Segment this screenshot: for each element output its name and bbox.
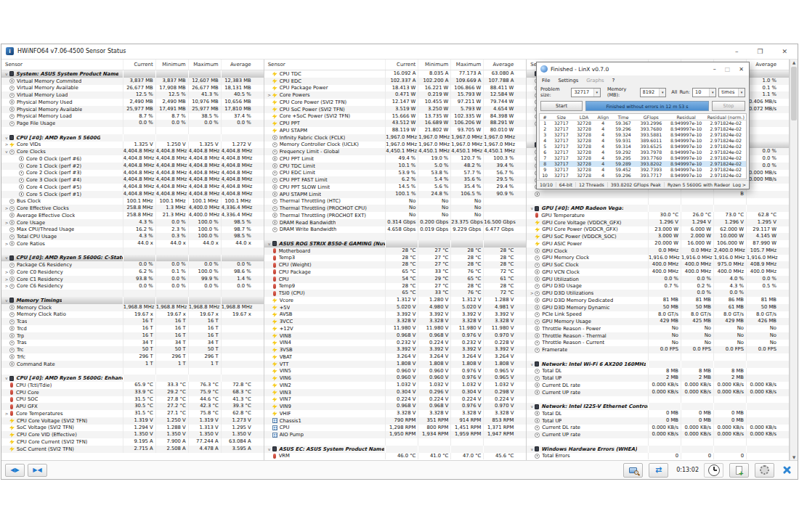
sensor-row[interactable]: Memory Controller Clock (UCLK)1,967.0 MH…: [264, 142, 527, 149]
sensor-row[interactable]: CPU PPT43.512 W16.689 W106.206 W88.291 W: [264, 120, 527, 127]
sensor-row[interactable]: CPU TDC Limit10.1 %5.0 %48.2 %39.4 %: [264, 163, 527, 170]
sensor-row[interactable]: SoC Current (SVI2 TFN)2.715 A2.508 A4.47…: [1, 446, 264, 453]
sensor-row[interactable]: Thermal Throttling (PROCHOT CPU)NoNoNo: [264, 205, 527, 212]
expand-arrow-icon[interactable]: v: [4, 136, 9, 140]
sensor-row[interactable]: Physical Memory Load8.7 %8.7 %38.5 %37.4…: [1, 113, 264, 120]
expand-arrow-icon[interactable]: v: [529, 362, 535, 367]
sensor-row[interactable]: GPU Core Voltage (VDDCR_GFX)1.296 V1.294…: [527, 219, 789, 226]
sensor-row[interactable]: PCIe Link Speed8.0 GT/s8.0 GT/s8.0 GT/s8…: [527, 311, 789, 319]
hwinfo-titlebar[interactable]: i HWiNFO64 v7.06-4500 Sensor Status – ❐ …: [1, 44, 798, 58]
sensor-row[interactable]: Infinity Fabric Clock (FCLK)1,967.0 MHz1…: [264, 134, 527, 142]
linx-column-header[interactable]: GFlops: [636, 114, 667, 120]
sensor-row[interactable]: CPU PPT SLOW Limit14.5 %5.6 %35.4 %29.4 …: [264, 184, 527, 191]
sensor-row[interactable]: VBAT3.264 V3.264 V3.264 V3.264 V: [264, 353, 527, 361]
sensor-row[interactable]: Current DL rate0.000 KB/s0.000 KB/s0.000…: [527, 425, 789, 432]
sensor-row[interactable]: VIN90.968 V0.968 V0.976 V0.970 V: [264, 403, 527, 410]
expand-arrow-icon[interactable]: v: [529, 404, 535, 409]
sensor-row[interactable]: >Core Temperatures31.5 °C27.1 °C75.8 °C6…: [1, 410, 264, 417]
expand-arrow-icon[interactable]: >: [4, 284, 9, 288]
sensor-row[interactable]: GPU D3D Memory Dedicated81 MB81 MB86 MB8…: [527, 297, 789, 304]
sensor-row[interactable]: CPU (Tctl/Tdie)65.9 °C33.3 °C76.3 °C72.8…: [1, 382, 264, 389]
sensor-row[interactable]: CPU EDC102.337 A102.200 A109.669 A107.78…: [264, 78, 527, 85]
linx-result-row[interactable]: 93271732728459.452392.73938.949997e-102.…: [540, 167, 746, 173]
sensor-row[interactable]: TSI0 (CPU)65 °C33 °C76 °C72 °C: [264, 290, 527, 297]
column-header-minimum[interactable]: Minimum: [418, 60, 450, 70]
sensor-row[interactable]: CPU PPT Limit49.4 %19.0 %120.7 %100.3 %: [264, 155, 527, 163]
sensor-row[interactable]: Throttle Reason - PowerNoNoNoNo: [527, 325, 789, 332]
sensor-row[interactable]: B: [527, 191, 789, 198]
sensor-row[interactable]: VHIF3.328 V3.328 V3.328 V3.328 V: [264, 410, 527, 417]
sensor-row[interactable]: Trcd16 T16 T16 T: [1, 325, 264, 332]
linx-column-header[interactable]: LDA: [572, 114, 595, 120]
sensor-section-row[interactable]: vCPU [#0]: AMD Ryzen 5 5600G: [1, 134, 264, 142]
sensor-section-row[interactable]: vASUS ROG STRIX B550-E GAMING (Nuvoton N…: [264, 240, 527, 247]
memory-select[interactable]: 8192▾: [640, 88, 667, 97]
log-link[interactable]: Log >: [730, 182, 749, 187]
expand-arrow-icon[interactable]: >: [267, 93, 272, 97]
expand-arrow-icon[interactable]: v: [4, 72, 9, 76]
sensor-row[interactable]: GPU D3D Memory Dynamic50 MB50 MB61 MB50 …: [527, 304, 789, 311]
sensor-section-row[interactable]: vNetwork: Intel I225-V Ethernet Controll…: [527, 403, 789, 410]
sensor-row[interactable]: Framerate0.0 FPS0.0 FPS0.0 FPS0.0 FPS: [527, 346, 789, 353]
sensor-row[interactable]: 3VSB3.392 V3.392 V3.392 V3.392 V: [264, 346, 527, 353]
sensor-section-row[interactable]: vMemory Timings: [1, 297, 264, 304]
sensor-row[interactable]: Virtual Memory Available26,677 MB17,908 …: [1, 85, 264, 92]
sensor-row[interactable]: >Core Usage4.3 %0.0 %100.0 %98.5 %: [1, 219, 264, 226]
maximize-icon[interactable]: ❐: [757, 48, 763, 55]
linx-column-header[interactable]: Align: [596, 114, 611, 120]
sensor-row[interactable]: Vcore1.312 V1.280 V1.312 V1.288 V: [264, 297, 527, 304]
sensor-row[interactable]: CPU1,298 RPM800 RPM1,451 RPM1,371 RPM: [264, 425, 527, 432]
linx-titlebar[interactable]: Finished - LinX v0.7.0 – □ ✕: [537, 62, 749, 75]
sensor-row[interactable]: CPU Core VID (Effective)1.350 V1.350 V1.…: [1, 431, 264, 438]
sensor-row[interactable]: AIO Pump1,950 RPM1,934 RPM1,959 RPM1,947…: [264, 431, 527, 438]
sensor-row[interactable]: VTT1.808 V1.808 V1.808 V1.808 V: [264, 361, 527, 368]
sensor-row[interactable]: Total UP0 MB0 MB0 MB: [527, 417, 789, 425]
sensor-row[interactable]: >Core Ratios44.0 x44.0 x44.0 x44.0 x: [1, 240, 264, 247]
sensor-row[interactable]: Thermal Throttling (HTC)NoNoNo: [264, 198, 527, 205]
sensor-row[interactable]: Thermal Throttling (PROCHOT EXT)NoNoNo: [264, 212, 527, 219]
sensor-section-row[interactable]: vWindows Hardware Errors (WHEA): [527, 446, 789, 453]
sensor-row[interactable]: Package C6 Residency0.0 %0.0 %0.0 %0.0 %: [1, 261, 264, 269]
sensor-row[interactable]: Virtual Memory Commited3,837 MB3,837 MB1…: [1, 78, 264, 85]
expand-columns-button[interactable]: ◀▶: [5, 464, 25, 477]
sensor-row[interactable]: APU STAPM88.119 W21.802 W93.705 W80.010 …: [264, 127, 527, 134]
column-header-current[interactable]: Current: [385, 60, 418, 70]
logging-start-button[interactable]: [729, 463, 749, 478]
linx-column-header[interactable]: Residual (norm.): [706, 114, 746, 120]
sensor-row[interactable]: Max CPU/Thread Usage16.2 %2.3 %100.0 %98…: [1, 226, 264, 234]
sensor-row[interactable]: >Core C1 Residency93.8 %0.0 %99.9 %1.4 %: [1, 276, 264, 283]
sensor-row[interactable]: CPU TDC16.092 A8.035 A77.173 A63.080 A: [264, 70, 527, 78]
expand-arrow-icon[interactable]: >: [4, 221, 9, 225]
linx-maximize-icon[interactable]: □: [725, 66, 731, 73]
sensor-row[interactable]: Core 1 Clock (perf #2)4,404.8 MHz4,404.8…: [1, 163, 264, 170]
sensor-section-row[interactable]: vSystem: ASUS System Product Name: [1, 70, 264, 78]
sensor-row[interactable]: APU STAPM Limit100.1 %24.8 %106.5 %90.9 …: [264, 191, 527, 198]
sensor-row[interactable]: >Core VIDs1.325 V1.250 V1.325 V1.272 V: [1, 142, 264, 149]
expand-arrow-icon[interactable]: v: [4, 298, 9, 303]
sensor-section-row[interactable]: vGPU [#0]: AMD Radeon Vega:: [527, 205, 789, 212]
vertical-scrollbar[interactable]: ▲ ▼: [790, 60, 798, 460]
sensor-row[interactable]: Bus Clock100.1 MHz100.1 MHz100.1 MHz100.…: [1, 198, 264, 205]
linx-column-header[interactable]: Residual: [667, 114, 706, 120]
sensor-row[interactable]: Tcas16 T16 T16 T: [1, 318, 264, 325]
expand-arrow-icon[interactable]: >: [4, 277, 9, 282]
linx-result-row[interactable]: 43271732728459.931389.60118.949997e-102.…: [540, 138, 746, 144]
expand-arrow-icon[interactable]: >: [529, 291, 535, 295]
linx-result-row[interactable]: 53271732728459.314393.65258.949997e-102.…: [540, 144, 746, 150]
sensor-row[interactable]: SoC Voltage (SVI2 TFN)1.294 V1.288 V1.31…: [1, 425, 264, 432]
sensor-row[interactable]: Total CPU Usage4.3 %0.3 %100.0 %98.5 %: [1, 233, 264, 240]
sensor-row[interactable]: Command Rate1 T1 T1 T: [1, 361, 264, 368]
sensor-row[interactable]: Temp928 °C27 °C28 °C28 °C: [264, 283, 527, 290]
sensor-row[interactable]: VIN80.968 V0.968 V0.976 V0.970 V: [264, 332, 527, 340]
sensor-row[interactable]: Physical Memory Available25,977 MB17,491…: [1, 106, 264, 113]
sensor-row[interactable]: AVSB3.392 V3.392 V3.392 V3.392 V: [264, 311, 527, 319]
expand-arrow-icon[interactable]: v: [267, 447, 272, 451]
sensor-row[interactable]: Core +SoC Power (SVI2 TFN)15.666 W13.735…: [264, 113, 527, 120]
column-header-current[interactable]: Current: [123, 60, 155, 70]
sensor-row[interactable]: GPU Memory Clock1,916.0 MHz1,916.0 MHz1,…: [527, 255, 789, 262]
sensor-row[interactable]: Total UP2 MB2 MB2 MB: [527, 375, 789, 382]
minimize-icon[interactable]: –: [735, 48, 739, 55]
problem-size-select[interactable]: 32717▾: [571, 88, 600, 97]
sensor-row[interactable]: Physical Memory Used2,490 MB2,490 MB10,9…: [1, 99, 264, 106]
sensor-row[interactable]: CPU SOC31.5 °C27.8 °C44.6 °C41.3 °C: [1, 396, 264, 404]
